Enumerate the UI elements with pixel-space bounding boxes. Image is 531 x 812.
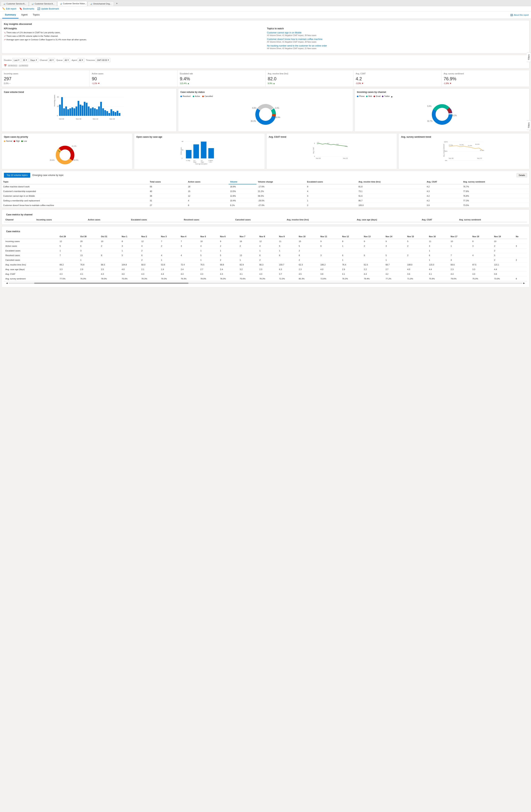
duration-preset-select[interactable]: Last ▾ [13, 58, 21, 62]
col-oct31: Oct 31 [100, 234, 120, 239]
duration-value-select[interactable]: 30 ▾ [21, 58, 28, 62]
key-insights-card: Key insights discovered KPI insights ↘ T… [1, 20, 530, 54]
topic-resolve: 81.8 [357, 184, 425, 189]
col-vol-change[interactable]: Volume change [256, 179, 306, 184]
metric-cell: 106.2 [319, 262, 341, 267]
channel-select[interactable]: All ▾ [48, 58, 55, 62]
insight-item-3: ↗ Average open case age in Contoso Coffe… [4, 39, 264, 41]
metric-cell: 75.9% [428, 276, 449, 281]
svg-text:- 1 M...: - 1 M... [208, 161, 212, 163]
metric-cell: 9 [384, 239, 406, 244]
case-metrics-channel-title: Case metrics by channel [4, 212, 527, 217]
topic-csat: 4.2 [425, 198, 462, 203]
metric-cell: 4.0 [319, 267, 341, 272]
tab-topics[interactable]: Topics [30, 11, 42, 18]
svg-rect-8 [63, 108, 65, 116]
info-icon: ℹ️ [510, 14, 513, 16]
kpi-insights-section: KPI insights ↘ There was a 4.1% decrease… [4, 27, 264, 51]
bookmarks-button[interactable]: 🔖 Bookmarks [19, 7, 34, 10]
metric-cell [514, 248, 527, 253]
tab-summary[interactable]: Summary [2, 11, 18, 18]
details-button[interactable]: Details [517, 173, 527, 177]
insight-item-2: ↗ There was a 100.0% volume spike in the… [4, 35, 264, 38]
table-row: Avg. case age (days)3.32.92.54.02.11.92.… [4, 267, 527, 272]
kpi-incoming-title: Incoming cases [4, 72, 87, 75]
agent-select[interactable]: All ▾ [78, 58, 85, 62]
topic-total: 38 [148, 194, 187, 198]
metric-cell: 72.8% [319, 276, 341, 281]
col-volume[interactable]: Volume [228, 179, 256, 184]
new-tab-button[interactable]: + [114, 1, 120, 6]
browser-tab-2[interactable]: 📊 Customer Service A... [29, 1, 57, 6]
col-csat[interactable]: Avg. CSAT [425, 179, 462, 184]
queue-value: All [64, 59, 67, 61]
channel-table-header-row: Channel Incoming cases Active cases Esca… [4, 217, 527, 222]
svg-text:50%: 50% [444, 150, 447, 152]
metric-cell: 4.0 [120, 272, 140, 276]
metric-cell [514, 262, 527, 267]
topic-link-3[interactable]: No tracking number send to the customer … [267, 44, 527, 47]
browser-tab-3[interactable]: 📊 Customer Service histor... ✕ [57, 1, 87, 6]
about-report-link[interactable]: ℹ️ About this report [510, 14, 529, 16]
metric-cell: 6 [278, 253, 297, 258]
top10-button[interactable]: Top 10 volume topics [4, 173, 30, 178]
col-resolve[interactable]: Avg. resolve time (hrs) [357, 179, 425, 184]
scroll-left-icon[interactable]: ◀ [6, 282, 8, 284]
svg-point-50 [59, 149, 71, 161]
topic-sentiment: 77.3% [462, 198, 529, 203]
update-bookmark-button[interactable]: 🔄 Update Bookmark [37, 7, 59, 10]
metric-cell [362, 258, 384, 262]
svg-text:2: 2 [314, 156, 315, 157]
browser-tab-4[interactable]: 📊 Omnichannel Ong... [88, 1, 114, 6]
metric-cell: 53.9 [160, 262, 179, 267]
svg-text:2.4%: 2.4% [275, 107, 279, 109]
filters-side-tab-1[interactable]: Filters [527, 52, 531, 62]
metric-cell [449, 248, 471, 253]
metric-cell: 2.3 [449, 267, 471, 272]
topic-volume: 12.8% [228, 194, 256, 198]
topic-link-1[interactable]: Customer cannot sign in on Mobile [267, 31, 527, 34]
metric-cell: 4.1 [238, 272, 258, 276]
col-sentiment[interactable]: Avg. survey sentiment [462, 179, 529, 184]
browser-tab-1[interactable]: 📊 Customer Service A... [1, 1, 29, 6]
col-escalated[interactable]: Escalated cases [306, 179, 357, 184]
edit-report-button[interactable]: ✏️ Edit report [2, 7, 16, 10]
legend-label-web: Web [368, 95, 372, 97]
metric-cell: 2 [297, 248, 319, 253]
kpi-incoming: Incoming cases 297 0.0% -- [2, 70, 90, 87]
topic-sentiment: 76.7% [462, 184, 529, 189]
timezone-select[interactable]: GMT-08:00 ▾ [95, 58, 110, 62]
scroll-right-icon[interactable]: ▶ [523, 282, 525, 284]
duration-unit-select[interactable]: Days ▾ [29, 58, 38, 62]
topic-active: 15 [187, 189, 228, 194]
col-nov14: Nov 14 [384, 234, 406, 239]
scroll-bar[interactable]: ◀ ▶ [4, 281, 527, 285]
topic-link-2[interactable]: Customer doesn't know how to maintain co… [267, 38, 527, 41]
topic-watch-2: Customer doesn't know how to maintain co… [267, 38, 527, 43]
metric-cell: 5 [199, 253, 219, 258]
scroll-thumb[interactable] [34, 282, 189, 284]
metric-cell: 2 [219, 244, 238, 248]
insight-text-3: Average open case age in Contoso Coffee … [6, 39, 87, 41]
svg-text:1 Week: 1 Week [208, 160, 213, 161]
queue-select[interactable]: All ▾ [63, 58, 70, 62]
metric-cell [278, 258, 297, 262]
svg-rect-31 [110, 109, 112, 116]
col-total[interactable]: Total cases [148, 179, 187, 184]
metric-cell: 75.0% [120, 276, 140, 281]
open-priority-title: Open cases by priority [4, 135, 130, 138]
col-active[interactable]: Active cases [187, 179, 228, 184]
scroll-track[interactable] [9, 282, 522, 284]
metric-cell: 1 [428, 248, 449, 253]
emerging-label[interactable]: Emerging case volume by topic [32, 174, 64, 176]
agent-label: Agent [72, 59, 77, 61]
metric-cell: 13 [238, 253, 258, 258]
metric-label: Resolved cases [4, 253, 58, 258]
channel-legend-more[interactable]: ▶ [391, 96, 393, 98]
metric-cell: 75.0% [471, 276, 492, 281]
table-row: Incoming cases12201081277109161211159899… [4, 239, 527, 244]
table-row: Avg. CSAT4.34.14.34.04.34.44.44.34.34.14… [4, 272, 527, 276]
tab-agent[interactable]: Agent [18, 11, 30, 18]
legend-dot-cancelled [202, 96, 204, 97]
filters-side-tab-2[interactable]: Filters [527, 120, 531, 130]
